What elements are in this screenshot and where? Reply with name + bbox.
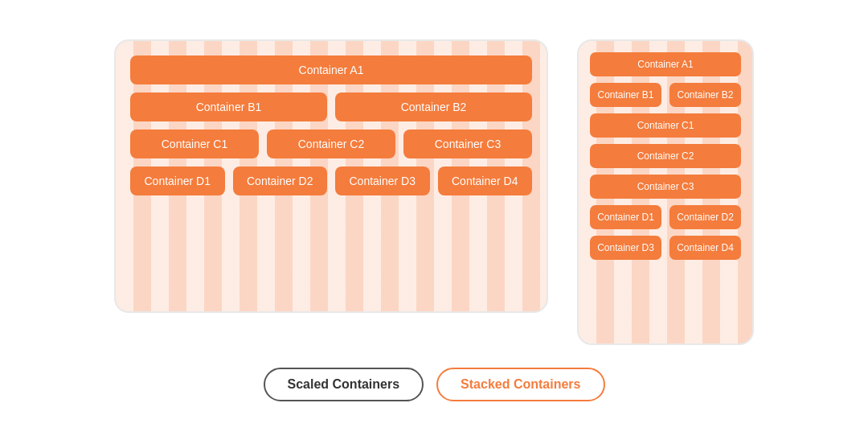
container-c3: Container C3 [403, 130, 532, 158]
small-container-b2: Container B2 [669, 83, 741, 107]
small-container-d3: Container D3 [590, 236, 661, 260]
container-d4: Container D4 [438, 167, 533, 195]
small-row-c3: Container C3 [590, 175, 741, 199]
small-row-c2: Container C2 [590, 144, 741, 168]
scaled-containers-button[interactable]: Scaled Containers [264, 368, 424, 401]
row-c: Container C1 Container C2 Container C3 [130, 130, 532, 158]
container-c2: Container C2 [267, 130, 395, 158]
small-container-c1: Container C1 [590, 113, 741, 138]
container-b1: Container B1 [130, 93, 327, 121]
small-container-b1: Container B1 [590, 83, 661, 107]
small-container-c2: Container C2 [590, 144, 741, 168]
small-container-d4: Container D4 [669, 236, 741, 260]
small-container-a1: Container A1 [590, 52, 741, 76]
small-row-a: Container A1 [590, 52, 741, 76]
row-b: Container B1 Container B2 [130, 93, 532, 121]
small-row-d12: Container D1 Container D2 [590, 205, 741, 229]
container-c1: Container C1 [130, 130, 259, 158]
container-b2: Container B2 [335, 93, 532, 121]
small-row-d34: Container D3 Container D4 [590, 236, 741, 260]
container-a1: Container A1 [130, 56, 532, 84]
container-d2: Container D2 [233, 167, 328, 195]
container-d1: Container D1 [130, 167, 225, 195]
main-wrapper: Container A1 Container B1 Container B2 C… [0, 39, 868, 401]
container-d3: Container D3 [335, 167, 430, 195]
diagrams-row: Container A1 Container B1 Container B2 C… [114, 39, 754, 345]
scaled-diagram: Container A1 Container B1 Container B2 C… [114, 39, 548, 313]
row-a: Container A1 [130, 56, 532, 84]
stacked-containers-button[interactable]: Stacked Containers [436, 368, 604, 401]
row-d: Container D1 Container D2 Container D3 C… [130, 167, 532, 195]
small-container-c3: Container C3 [590, 175, 741, 199]
small-row-c1: Container C1 [590, 113, 741, 138]
stacked-diagram: Container A1 Container B1 Container B2 C… [577, 39, 754, 345]
small-container-d2: Container D2 [669, 205, 741, 229]
small-container-d1: Container D1 [590, 205, 661, 229]
buttons-row: Scaled Containers Stacked Containers [264, 368, 605, 401]
small-row-b: Container B1 Container B2 [590, 83, 741, 107]
